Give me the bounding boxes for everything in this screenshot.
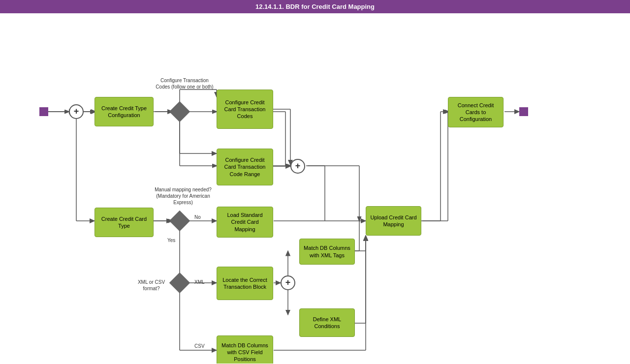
annotation-configure-trans-codes: Configure Transaction Codes (follow one … <box>155 77 214 90</box>
create-credit-type-config-label: Create Credit Type Configuration <box>98 105 150 119</box>
annotation-xml: XML <box>194 279 205 285</box>
end-square <box>519 107 528 116</box>
create-credit-type-config-node[interactable]: Create Credit Type Configuration <box>94 97 154 126</box>
start-square <box>39 107 48 116</box>
title-text: 12.14.1.1. BDR for Credit Card Mapping <box>255 3 375 10</box>
create-credit-card-type-node[interactable]: Create Credit Card Type <box>94 208 154 237</box>
start-node <box>39 107 48 116</box>
diamond3-node <box>172 275 187 290</box>
end-node <box>519 107 528 116</box>
load-standard-cc-mapping-node[interactable]: Load Standard Credit Card Mapping <box>217 207 273 238</box>
plus1-node: + <box>69 104 84 119</box>
plus2-node: + <box>290 159 305 174</box>
title-bar: 12.14.1.1. BDR for Credit Card Mapping <box>0 0 630 13</box>
annotation-csv: CSV <box>194 343 205 349</box>
load-standard-cc-mapping-label: Load Standard Credit Card Mapping <box>220 212 270 233</box>
define-xml-conditions-label: Define XML Conditions <box>303 316 351 330</box>
plus2-icon: + <box>290 159 305 174</box>
configure-cc-trans-code-range-node[interactable]: Configure Credit Card Transaction Code R… <box>217 149 273 185</box>
match-db-csv-node[interactable]: Match DB Columns with CSV Field Position… <box>217 335 273 364</box>
plus1-icon: + <box>69 104 84 119</box>
diagram-area: + Create Credit Type Configuration Confi… <box>0 13 630 364</box>
diamond2-node <box>172 213 187 228</box>
diamond1-node <box>172 104 187 119</box>
configure-cc-trans-code-range-label: Configure Credit Card Transaction Code R… <box>220 156 270 178</box>
connect-cc-config-node[interactable]: Connect Credit Cards to Configuration <box>448 97 504 127</box>
upload-cc-mapping-label: Upload Credit Card Mapping <box>369 214 418 228</box>
diamond2-shape <box>169 211 190 231</box>
match-db-xml-label: Match DB Columns with XML Tags <box>303 244 351 259</box>
match-db-csv-label: Match DB Columns with CSV Field Position… <box>220 342 270 363</box>
upload-cc-mapping-node[interactable]: Upload Credit Card Mapping <box>366 206 421 236</box>
define-xml-conditions-node[interactable]: Define XML Conditions <box>299 308 355 337</box>
configure-cc-trans-codes-node[interactable]: Configure Credit Card Transaction Codes <box>217 90 273 129</box>
locate-trans-block-label: Locate the Correct Transaction Block <box>220 276 270 291</box>
annotation-no: No <box>194 214 201 220</box>
annotation-yes: Yes <box>167 237 175 243</box>
annotation-xml-csv: XML or CSV format? <box>133 279 170 292</box>
create-credit-card-type-label: Create Credit Card Type <box>98 215 150 230</box>
plus3-node: + <box>281 275 295 290</box>
connect-cc-config-label: Connect Credit Cards to Configuration <box>451 102 500 123</box>
plus3-icon: + <box>281 275 295 290</box>
annotation-manual-mapping: Manual mapping needed? (Mandatory for Am… <box>154 186 213 206</box>
locate-trans-block-node[interactable]: Locate the Correct Transaction Block <box>217 267 273 300</box>
configure-cc-trans-codes-label: Configure Credit Card Transaction Codes <box>220 99 270 120</box>
diamond1-shape <box>169 101 190 122</box>
diamond3-shape <box>169 273 190 293</box>
match-db-xml-node[interactable]: Match DB Columns with XML Tags <box>299 239 355 265</box>
